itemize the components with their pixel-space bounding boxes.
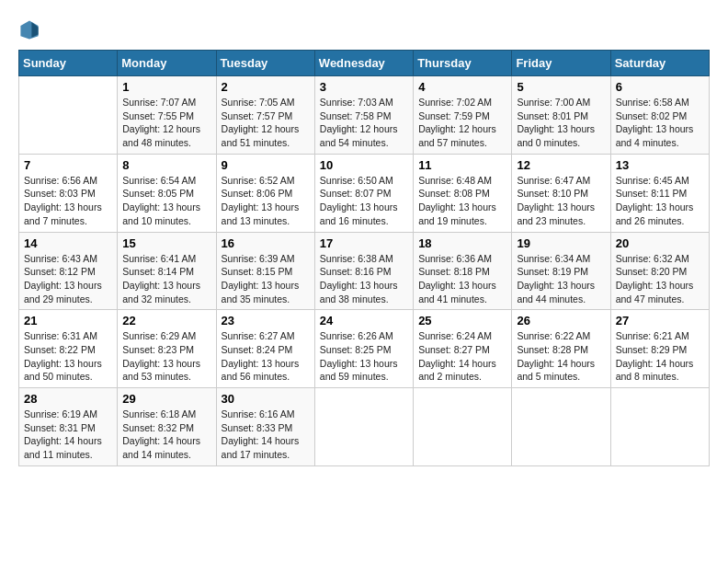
calendar-cell: 12Sunrise: 6:47 AM Sunset: 8:10 PM Dayli… <box>512 154 610 232</box>
calendar-cell: 13Sunrise: 6:45 AM Sunset: 8:11 PM Dayli… <box>610 154 709 232</box>
day-number: 20 <box>616 236 704 250</box>
calendar-cell: 26Sunrise: 6:22 AM Sunset: 8:28 PM Dayli… <box>512 310 610 388</box>
day-number: 3 <box>320 80 408 94</box>
day-header-thursday: Thursday <box>414 51 512 76</box>
calendar-cell: 9Sunrise: 6:52 AM Sunset: 8:06 PM Daylig… <box>216 154 314 232</box>
day-number: 23 <box>222 314 310 327</box>
day-info: Sunrise: 6:38 AM Sunset: 8:16 PM Dayligh… <box>320 252 408 306</box>
day-info: Sunrise: 6:32 AM Sunset: 8:20 PM Dayligh… <box>616 252 704 306</box>
day-number: 11 <box>418 158 506 172</box>
calendar-week-row: 1Sunrise: 7:07 AM Sunset: 7:55 PM Daylig… <box>19 76 710 155</box>
calendar-cell: 27Sunrise: 6:21 AM Sunset: 8:29 PM Dayli… <box>610 310 709 388</box>
day-header-saturday: Saturday <box>610 51 709 76</box>
day-info: Sunrise: 6:34 AM Sunset: 8:19 PM Dayligh… <box>517 252 605 306</box>
day-number: 18 <box>418 236 506 250</box>
calendar-cell: 28Sunrise: 6:19 AM Sunset: 8:31 PM Dayli… <box>19 388 118 466</box>
calendar-cell: 20Sunrise: 6:32 AM Sunset: 8:20 PM Dayli… <box>610 232 709 310</box>
day-info: Sunrise: 6:52 AM Sunset: 8:06 PM Dayligh… <box>222 174 310 228</box>
day-info: Sunrise: 6:21 AM Sunset: 8:29 PM Dayligh… <box>616 329 704 384</box>
calendar-week-row: 7Sunrise: 6:56 AM Sunset: 8:03 PM Daylig… <box>19 154 710 232</box>
calendar-header-row: SundayMondayTuesdayWednesdayThursdayFrid… <box>19 51 710 76</box>
day-info: Sunrise: 6:47 AM Sunset: 8:10 PM Dayligh… <box>517 174 605 228</box>
logo-icon <box>18 18 40 40</box>
day-number: 1 <box>122 80 210 94</box>
calendar-cell: 1Sunrise: 7:07 AM Sunset: 7:55 PM Daylig… <box>118 76 216 155</box>
day-number: 5 <box>517 80 605 94</box>
day-number: 2 <box>222 80 310 94</box>
day-header-monday: Monday <box>118 51 216 76</box>
calendar-cell: 11Sunrise: 6:48 AM Sunset: 8:08 PM Dayli… <box>414 154 512 232</box>
day-info: Sunrise: 6:48 AM Sunset: 8:08 PM Dayligh… <box>418 174 506 228</box>
calendar-cell: 2Sunrise: 7:05 AM Sunset: 7:57 PM Daylig… <box>216 76 314 155</box>
day-info: Sunrise: 6:50 AM Sunset: 8:07 PM Dayligh… <box>320 174 408 228</box>
calendar-cell <box>512 388 610 466</box>
calendar-cell: 16Sunrise: 6:39 AM Sunset: 8:15 PM Dayli… <box>216 232 314 310</box>
calendar-week-row: 28Sunrise: 6:19 AM Sunset: 8:31 PM Dayli… <box>19 388 710 466</box>
day-number: 29 <box>122 392 210 406</box>
day-info: Sunrise: 7:03 AM Sunset: 7:58 PM Dayligh… <box>320 96 408 150</box>
calendar-cell: 30Sunrise: 6:16 AM Sunset: 8:33 PM Dayli… <box>216 388 314 466</box>
logo <box>18 18 44 40</box>
day-number: 14 <box>24 236 112 250</box>
calendar-cell: 23Sunrise: 6:27 AM Sunset: 8:24 PM Dayli… <box>216 310 314 388</box>
day-number: 24 <box>320 314 408 327</box>
day-number: 22 <box>122 314 210 327</box>
day-number: 16 <box>222 236 310 250</box>
day-header-sunday: Sunday <box>19 51 118 76</box>
calendar-cell: 17Sunrise: 6:38 AM Sunset: 8:16 PM Dayli… <box>314 232 413 310</box>
day-info: Sunrise: 7:02 AM Sunset: 7:59 PM Dayligh… <box>418 96 506 150</box>
day-number: 19 <box>517 236 605 250</box>
day-info: Sunrise: 6:18 AM Sunset: 8:32 PM Dayligh… <box>122 408 210 462</box>
page-header <box>18 18 710 40</box>
day-number: 8 <box>122 158 210 172</box>
calendar-cell: 18Sunrise: 6:36 AM Sunset: 8:18 PM Dayli… <box>414 232 512 310</box>
calendar-cell: 10Sunrise: 6:50 AM Sunset: 8:07 PM Dayli… <box>314 154 413 232</box>
day-info: Sunrise: 6:54 AM Sunset: 8:05 PM Dayligh… <box>122 174 210 228</box>
calendar-cell <box>610 388 709 466</box>
day-number: 25 <box>418 314 506 327</box>
day-number: 10 <box>320 158 408 172</box>
day-header-wednesday: Wednesday <box>314 51 413 76</box>
calendar-cell: 8Sunrise: 6:54 AM Sunset: 8:05 PM Daylig… <box>118 154 216 232</box>
day-info: Sunrise: 6:58 AM Sunset: 8:02 PM Dayligh… <box>616 96 704 150</box>
calendar-cell: 29Sunrise: 6:18 AM Sunset: 8:32 PM Dayli… <box>118 388 216 466</box>
day-info: Sunrise: 6:27 AM Sunset: 8:24 PM Dayligh… <box>222 329 310 384</box>
day-info: Sunrise: 6:22 AM Sunset: 8:28 PM Dayligh… <box>517 329 605 384</box>
calendar-cell: 4Sunrise: 7:02 AM Sunset: 7:59 PM Daylig… <box>414 76 512 155</box>
day-number: 9 <box>222 158 310 172</box>
calendar-week-row: 14Sunrise: 6:43 AM Sunset: 8:12 PM Dayli… <box>19 232 710 310</box>
calendar-cell: 15Sunrise: 6:41 AM Sunset: 8:14 PM Dayli… <box>118 232 216 310</box>
day-info: Sunrise: 6:39 AM Sunset: 8:15 PM Dayligh… <box>222 252 310 306</box>
calendar-cell: 3Sunrise: 7:03 AM Sunset: 7:58 PM Daylig… <box>314 76 413 155</box>
day-info: Sunrise: 6:43 AM Sunset: 8:12 PM Dayligh… <box>24 252 112 306</box>
day-number: 30 <box>222 392 310 406</box>
day-number: 12 <box>517 158 605 172</box>
calendar-cell <box>414 388 512 466</box>
calendar-cell <box>19 76 118 155</box>
calendar-cell: 25Sunrise: 6:24 AM Sunset: 8:27 PM Dayli… <box>414 310 512 388</box>
day-number: 27 <box>616 314 704 327</box>
day-info: Sunrise: 6:16 AM Sunset: 8:33 PM Dayligh… <box>222 408 310 462</box>
calendar-cell: 21Sunrise: 6:31 AM Sunset: 8:22 PM Dayli… <box>19 310 118 388</box>
day-number: 15 <box>122 236 210 250</box>
day-info: Sunrise: 6:29 AM Sunset: 8:23 PM Dayligh… <box>122 329 210 384</box>
day-number: 13 <box>616 158 704 172</box>
day-info: Sunrise: 6:41 AM Sunset: 8:14 PM Dayligh… <box>122 252 210 306</box>
day-info: Sunrise: 6:45 AM Sunset: 8:11 PM Dayligh… <box>616 174 704 228</box>
calendar-week-row: 21Sunrise: 6:31 AM Sunset: 8:22 PM Dayli… <box>19 310 710 388</box>
calendar-cell: 22Sunrise: 6:29 AM Sunset: 8:23 PM Dayli… <box>118 310 216 388</box>
calendar-cell: 14Sunrise: 6:43 AM Sunset: 8:12 PM Dayli… <box>19 232 118 310</box>
day-number: 17 <box>320 236 408 250</box>
calendar-cell: 24Sunrise: 6:26 AM Sunset: 8:25 PM Dayli… <box>314 310 413 388</box>
day-info: Sunrise: 6:24 AM Sunset: 8:27 PM Dayligh… <box>418 329 506 384</box>
calendar-cell <box>314 388 413 466</box>
day-number: 7 <box>24 158 112 172</box>
day-number: 21 <box>24 314 112 327</box>
day-info: Sunrise: 6:56 AM Sunset: 8:03 PM Dayligh… <box>24 174 112 228</box>
day-number: 4 <box>418 80 506 94</box>
day-number: 26 <box>517 314 605 327</box>
day-header-tuesday: Tuesday <box>216 51 314 76</box>
day-info: Sunrise: 6:26 AM Sunset: 8:25 PM Dayligh… <box>320 329 408 384</box>
day-number: 6 <box>616 80 704 94</box>
day-info: Sunrise: 7:00 AM Sunset: 8:01 PM Dayligh… <box>517 96 605 150</box>
